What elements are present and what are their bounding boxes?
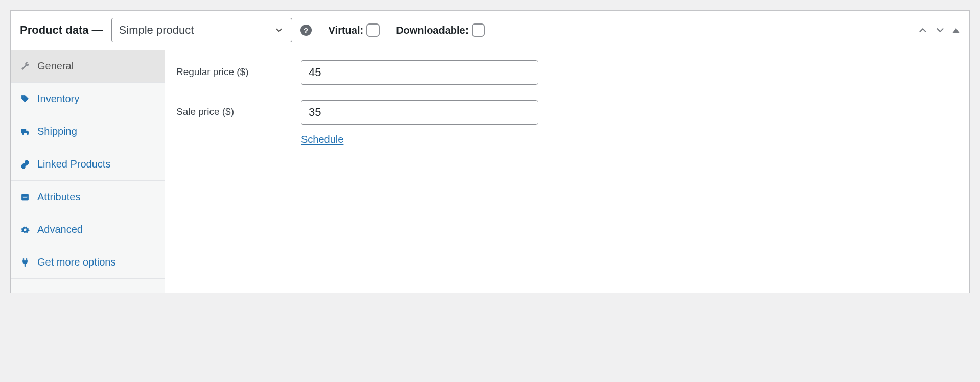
truck-icon [20,127,30,137]
panel-title-text: Product data [20,23,88,36]
regular-price-input[interactable] [301,60,538,85]
virtual-label: Virtual: [329,25,364,36]
tag-icon [20,94,30,104]
general-form: Regular price ($) Sale price ($) Schedul… [165,50,969,293]
product-type-select[interactable]: Simple product [111,18,292,42]
panel-title-dash: — [92,23,103,36]
sale-price-label: Sale price ($) [176,100,301,117]
panel-header: Product data — Simple product ? Virtual:… [11,11,969,50]
product-data-tabs: General Inventory Shipping Linked Produc… [11,50,165,293]
svg-rect-3 [23,197,28,198]
tab-label: Attributes [37,191,80,203]
collapse-icon[interactable] [952,26,960,34]
link-icon [20,160,30,169]
tab-label: Advanced [37,224,83,235]
form-separator [165,161,969,161]
panel-header-actions [917,25,960,36]
tab-general[interactable]: General [11,50,165,83]
tab-shipping[interactable]: Shipping [11,115,165,148]
product-type-selected: Simple product [112,23,266,37]
sale-price-input[interactable] [301,100,538,125]
tab-label: Shipping [37,126,77,137]
sale-price-row: Sale price ($) Schedule [176,100,958,146]
tab-advanced[interactable]: Advanced [11,213,165,246]
chevron-down-icon [266,26,292,35]
tab-get-more-options[interactable]: Get more options [11,246,165,279]
virtual-checkbox[interactable] [366,23,380,37]
tab-label: Linked Products [37,158,110,170]
move-down-icon[interactable] [935,25,946,36]
tab-label: Inventory [37,93,79,105]
gear-icon [20,225,30,234]
svg-rect-2 [23,196,28,197]
downloadable-checkbox[interactable] [472,23,485,37]
downloadable-label: Downloadable: [396,25,469,36]
wrench-icon [20,62,30,71]
downloadable-toggle[interactable]: Downloadable: [396,23,485,37]
product-data-panel: Product data — Simple product ? Virtual:… [10,10,970,293]
svg-marker-0 [952,28,959,33]
help-icon[interactable]: ? [300,25,312,36]
panel-title: Product data — [20,23,103,37]
vertical-separator [320,23,320,37]
move-up-icon[interactable] [917,25,928,36]
plug-icon [20,258,30,267]
regular-price-label: Regular price ($) [176,60,301,78]
tab-label: Get more options [37,256,115,268]
tab-label: General [37,60,74,72]
tab-attributes[interactable]: Attributes [11,181,165,213]
schedule-link[interactable]: Schedule [301,134,343,146]
virtual-toggle[interactable]: Virtual: [329,23,380,37]
list-icon [20,193,30,202]
regular-price-row: Regular price ($) [176,60,958,85]
panel-body: General Inventory Shipping Linked Produc… [11,50,969,293]
tab-inventory[interactable]: Inventory [11,83,165,115]
tab-linked-products[interactable]: Linked Products [11,148,165,181]
